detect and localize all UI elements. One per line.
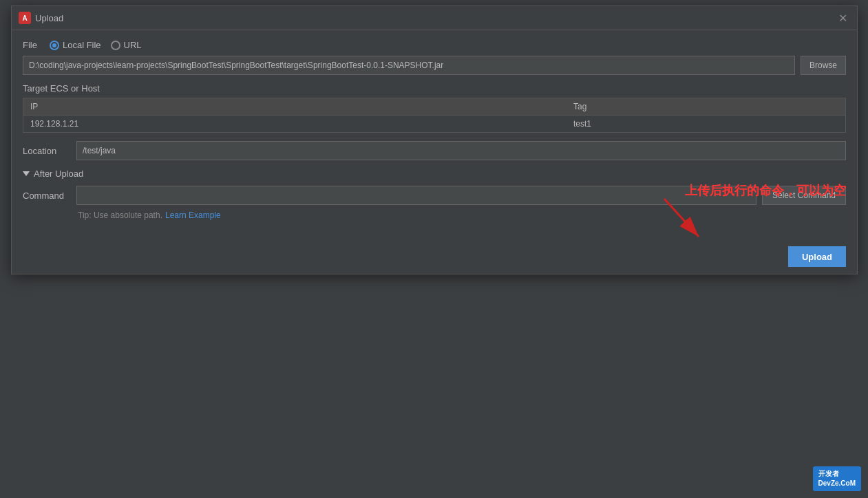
radio-url-circle [111, 41, 120, 50]
after-upload-label: After Upload [34, 169, 83, 179]
tip-row: Tip: Use absolute path. Learn Example [23, 210, 846, 220]
file-label: File [23, 40, 37, 50]
select-command-button[interactable]: Select Command [762, 186, 846, 205]
file-path-row: Browse [23, 56, 846, 75]
target-section-header: Target ECS or Host [23, 83, 846, 94]
dialog-title: Upload [35, 13, 63, 23]
after-upload-toggle[interactable]: After Upload [23, 169, 846, 179]
location-input[interactable] [76, 141, 846, 160]
table-cell-tag: test1 [567, 116, 845, 133]
dialog-footer: Upload [12, 239, 857, 274]
radio-url[interactable]: URL [111, 40, 142, 50]
dialog-titlebar: A Upload ✕ [12, 6, 857, 30]
file-section-row: File Local File URL [23, 40, 846, 50]
command-input[interactable] [76, 186, 756, 205]
app-icon: A [19, 12, 31, 24]
learn-example-link[interactable]: Learn Example [165, 210, 221, 220]
radio-local-label: Local File [63, 40, 101, 50]
table-header-ip: IP [23, 98, 567, 116]
table-cell-ip: 192.128.1.21 [23, 116, 567, 133]
file-path-input[interactable] [23, 56, 795, 75]
command-row: Command Select Command [23, 186, 846, 205]
watermark: 开发者DevZe.CoM [813, 466, 861, 491]
upload-button[interactable]: Upload [788, 246, 846, 267]
radio-local-file[interactable]: Local File [50, 40, 101, 50]
close-button[interactable]: ✕ [835, 10, 850, 25]
command-label: Command [23, 191, 71, 201]
tip-static-text: Tip: Use absolute path. [78, 210, 162, 220]
browse-button[interactable]: Browse [801, 56, 846, 75]
toggle-triangle [23, 171, 30, 176]
radio-url-label: URL [124, 40, 142, 50]
target-table: IP Tag 192.128.1.21 test1 [23, 98, 846, 133]
location-label: Location [23, 146, 71, 156]
table-row: 192.128.1.21 test1 [23, 116, 846, 133]
table-header-tag: Tag [567, 98, 845, 116]
radio-group: Local File URL [50, 40, 142, 50]
radio-local-circle [50, 41, 59, 50]
location-row: Location [23, 141, 846, 160]
